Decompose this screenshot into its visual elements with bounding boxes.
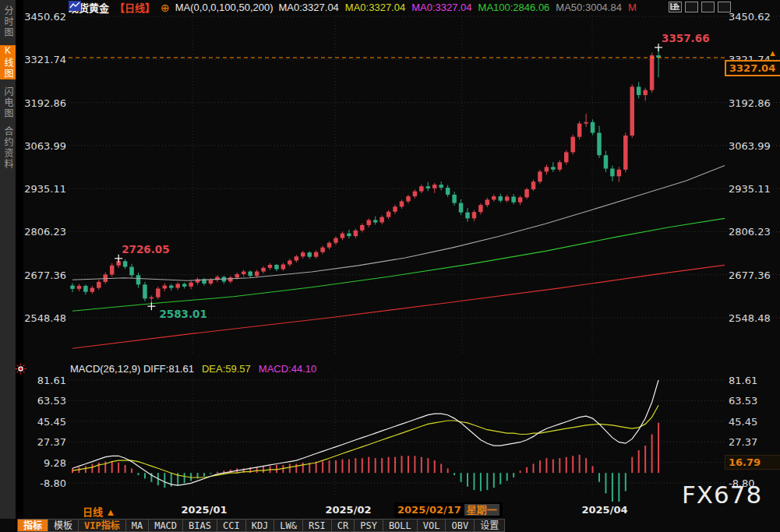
price-tick-left: 3321.74 bbox=[22, 54, 66, 65]
ma-value-list: MA0:3327.04MA0:3327.04MA0:3327.04MA100:2… bbox=[279, 2, 643, 13]
ma-value-3: MA100:2846.06 bbox=[478, 2, 550, 13]
price-tick-left: 2806.23 bbox=[22, 226, 66, 238]
add-indicator-icon[interactable]: ⊕ bbox=[161, 2, 170, 14]
ma-value-1: MA0:3327.04 bbox=[345, 2, 405, 13]
brand-watermark: FX678 bbox=[682, 481, 762, 509]
price-annotation: 2726.05 bbox=[122, 243, 170, 255]
price-tick-left: 2548.48 bbox=[22, 312, 66, 324]
axis-play-icon[interactable] bbox=[701, 2, 715, 12]
toolbar-button-OBV[interactable]: OBV bbox=[446, 519, 475, 532]
price-tick-right: 3192.86 bbox=[729, 97, 778, 108]
time-axis: 日线 ▲ 2025/012025/022025/032025/04 2025/0… bbox=[0, 502, 780, 519]
sidebar-gap bbox=[16, 0, 23, 532]
macd-tick-left: 81.61 bbox=[22, 375, 66, 386]
main-chart-canvas[interactable]: 2726.052583.013357.66 bbox=[0, 0, 780, 532]
price-tick-right: 3063.99 bbox=[729, 139, 778, 151]
shift-right-icon[interactable] bbox=[718, 2, 731, 12]
last-price-box: 3327.04 bbox=[725, 60, 780, 76]
crosshair-date-tooltip: 2025/02/17星期一 bbox=[394, 502, 503, 517]
price-tick-right: 2677.36 bbox=[729, 269, 778, 280]
price-tick-right: 3450.62 bbox=[729, 11, 778, 23]
macd-title-part-0: MACD(26,12,9) DIFF:81.61 bbox=[70, 363, 194, 375]
price-tick-right: 2935.11 bbox=[729, 183, 778, 195]
kline-app: 2726.052583.013357.66 分时图K线图闪电图合约资料 现货黄金… bbox=[0, 0, 780, 532]
macd-tick-left: -8.80 bbox=[22, 477, 66, 489]
macd-tick-left: 9.28 bbox=[22, 456, 66, 468]
macd-value-box: 16.79 bbox=[725, 455, 780, 470]
toolbar-button-RSI[interactable]: RSI bbox=[303, 519, 332, 532]
macd-tick-left: 45.45 bbox=[22, 415, 66, 427]
macd-tick-right: 63.53 bbox=[729, 395, 778, 407]
price-up-arrow-icon: ▲ bbox=[768, 48, 777, 58]
period-selector[interactable]: 日线 ▲ bbox=[83, 504, 115, 519]
price-tick-left: 3063.99 bbox=[22, 139, 66, 151]
axis-zoom-icon[interactable] bbox=[685, 2, 698, 12]
toolbar-button-CCI[interactable]: CCI bbox=[217, 519, 246, 532]
toolbar-button-设置[interactable]: 设置 bbox=[475, 519, 505, 532]
line-chart-icon[interactable] bbox=[69, 1, 81, 11]
price-tick-left: 2935.11 bbox=[22, 183, 66, 195]
toolbar-button-指标[interactable]: 指标 bbox=[17, 519, 48, 532]
crosshair-weekday: 星期一 bbox=[464, 504, 499, 516]
ma-value-0: MA0:3327.04 bbox=[279, 2, 339, 13]
toolbar-button-VOL[interactable]: VOL bbox=[418, 519, 446, 532]
month-label-2025/04: 2025/04 bbox=[581, 504, 627, 516]
toolbar-button-PSY[interactable]: PSY bbox=[355, 519, 383, 532]
crosshair-date: 2025/02/17 bbox=[397, 504, 461, 516]
toolbar-button-LW&[interactable]: LW& bbox=[274, 519, 303, 532]
macd-title-part-2: MACD:44.10 bbox=[259, 363, 316, 375]
toolbar-button-BIAS[interactable]: BIAS bbox=[183, 519, 217, 532]
corner-toolbar bbox=[669, 2, 731, 12]
month-label-2025/02: 2025/02 bbox=[325, 504, 371, 516]
macd-tick-right: 81.61 bbox=[729, 375, 778, 386]
period-tag[interactable]: 【日线】 bbox=[115, 0, 155, 15]
ma-value-2: MA0:3327.04 bbox=[411, 2, 471, 13]
indicator-toolbar: 指标模板VIP指标MAMACDBIASCCIKDJLW&RSICRPSYBOLL… bbox=[17, 519, 505, 532]
toolbar-button-VIP指标[interactable]: VIP指标 bbox=[79, 519, 126, 532]
price-tick-left: 3450.62 bbox=[22, 11, 66, 23]
macd-tick-right: 27.37 bbox=[729, 436, 778, 448]
toolbar-button-BOLL[interactable]: BOLL bbox=[383, 519, 418, 532]
macd-title-part-1: DEA:59.57 bbox=[202, 363, 251, 375]
sidebar-item-闪电图[interactable]: 闪电图 bbox=[0, 86, 16, 119]
left-sidebar: 分时图K线图闪电图合约资料 bbox=[0, 0, 16, 519]
macd-tick-left: 27.37 bbox=[22, 436, 66, 448]
price-tick-left: 2677.36 bbox=[22, 269, 66, 280]
toolbar-button-KDJ[interactable]: KDJ bbox=[246, 519, 275, 532]
macd-tick-left: 63.53 bbox=[22, 395, 66, 407]
price-annotation: 3357.66 bbox=[662, 32, 710, 44]
sidebar-item-合约资料[interactable]: 合约资料 bbox=[0, 126, 16, 170]
sidebar-item-K线图[interactable]: K线图 bbox=[0, 45, 16, 79]
price-tick-right: 2806.23 bbox=[729, 226, 778, 238]
price-tick-left: 3192.86 bbox=[22, 97, 66, 108]
toolbar-button-MACD[interactable]: MACD bbox=[149, 519, 183, 532]
ma-value-5: M bbox=[628, 2, 637, 13]
toolbar-button-模板[interactable]: 模板 bbox=[48, 519, 79, 532]
toolbar-button-CR[interactable]: CR bbox=[332, 519, 355, 532]
chart-header: 现货黄金【日线】 ⊕ MA(0,0,0,100,50,200) MA0:3327… bbox=[69, 1, 643, 14]
month-label-2025/01: 2025/01 bbox=[181, 504, 227, 516]
ma-value-4: MA50:3004.84 bbox=[556, 2, 622, 13]
sidebar-item-分时图[interactable]: 分时图 bbox=[0, 5, 16, 38]
price-annotation: 2583.01 bbox=[159, 308, 207, 320]
toolbar-button-MA[interactable]: MA bbox=[126, 519, 149, 532]
ma-formula: MA(0,0,0,100,50,200) bbox=[175, 2, 274, 13]
macd-tick-right: 45.45 bbox=[729, 415, 778, 427]
price-tick-right: 2548.48 bbox=[729, 312, 778, 324]
macd-indicator-title: MACD(26,12,9) DIFF:81.61DEA:59.57MACD:44… bbox=[70, 363, 316, 375]
